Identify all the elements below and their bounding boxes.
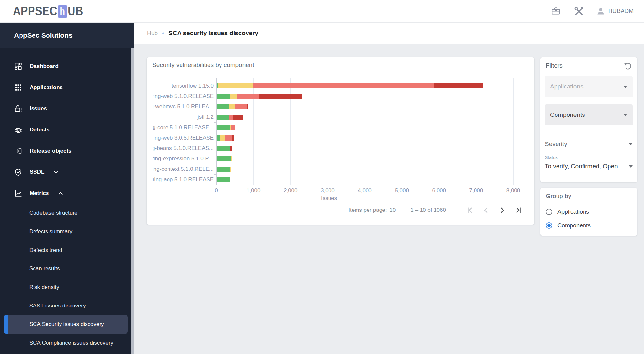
sidebar-item-label: Defects bbox=[30, 127, 49, 133]
paginator: Items per page: 10 1 – 10 of 1060 bbox=[348, 204, 523, 216]
radio-unchecked-icon[interactable] bbox=[546, 209, 552, 215]
gridline bbox=[328, 78, 328, 185]
sidebar-item-defects-trend[interactable]: Defects trend bbox=[0, 241, 134, 259]
status-filter-select[interactable]: To verify, Confirmed, Open bbox=[545, 161, 633, 172]
y-axis-tick bbox=[214, 81, 216, 81]
components-filter-select[interactable]: Components bbox=[545, 104, 633, 125]
sidebar-item-label: Risk density bbox=[29, 284, 59, 291]
apps-icon bbox=[14, 83, 24, 92]
bar-segment-light-red bbox=[237, 94, 259, 99]
status-filter-label: Status bbox=[545, 155, 558, 160]
bar-row-pring-core-5-1-0-release[interactable] bbox=[217, 125, 235, 130]
sidebar-item-label: Dashboard bbox=[30, 63, 59, 70]
bar-segment-light-red bbox=[235, 104, 247, 109]
logo-text-post: UB bbox=[68, 4, 83, 18]
sidebar-item-sca-security-issues-discovery[interactable]: SCA Security issues discovery bbox=[4, 315, 128, 334]
bar-segment-dark-red bbox=[230, 146, 232, 151]
lock-alert-icon bbox=[14, 104, 24, 114]
bar-segment-light-red bbox=[225, 135, 232, 141]
bar-row-spring-web-3-0-5-release[interactable] bbox=[217, 135, 234, 141]
bar-segment-yellow bbox=[220, 135, 225, 141]
severity-filter-select[interactable]: Severity bbox=[545, 139, 633, 149]
bar-segment-green bbox=[217, 104, 229, 109]
next-page-icon[interactable] bbox=[498, 206, 506, 214]
x-tick-label: 1,000 bbox=[247, 187, 261, 194]
bar-segment-green bbox=[217, 94, 230, 99]
bar-segment-dark-red bbox=[247, 104, 248, 109]
bar-row-jstl-1-2[interactable] bbox=[217, 115, 243, 120]
group-by-option-applications[interactable]: Applications bbox=[546, 208, 589, 216]
user-icon bbox=[597, 7, 605, 16]
sidebar-item-defects-summary[interactable]: Defects summary bbox=[0, 222, 134, 241]
chevron-down-icon bbox=[629, 165, 633, 168]
bar-row-spring-aop-5-1-0-release[interactable] bbox=[217, 177, 230, 182]
bar-row-spring-context-5-1-0-rele[interactable] bbox=[217, 167, 231, 172]
sidebar-item-ssdl[interactable]: SSDL bbox=[0, 161, 134, 183]
sidebar-item-defects[interactable]: Defects bbox=[0, 119, 134, 140]
components-filter-label: Components bbox=[550, 111, 585, 118]
bug-icon bbox=[14, 125, 24, 135]
release-icon bbox=[14, 146, 24, 156]
radio-checked-icon[interactable] bbox=[546, 222, 552, 229]
reset-filters-icon[interactable] bbox=[623, 61, 633, 71]
sidebar-item-metrics[interactable]: Metrics bbox=[0, 183, 134, 204]
sidebar-header: AppSec Solutions bbox=[0, 23, 134, 48]
category-label: pring-core 5.1.0.RELEASE... bbox=[153, 124, 214, 131]
sidebar-item-dashboard[interactable]: Dashboard bbox=[0, 56, 134, 77]
category-label: ring-webmvc 5.1.0.RELEA... bbox=[153, 103, 214, 110]
chevron-up-icon bbox=[58, 192, 63, 195]
gridline bbox=[365, 78, 365, 185]
sidebar-item-label: Applications bbox=[30, 84, 63, 91]
appsechub-logo: APPSEC h UB bbox=[13, 4, 83, 18]
y-axis-tick bbox=[214, 112, 216, 112]
bar-row-spring-expression-5-1-0-r[interactable] bbox=[217, 156, 232, 161]
breadcrumb: Hub • SCA security issues discovery bbox=[134, 23, 644, 44]
dashboard-icon bbox=[14, 61, 24, 71]
bar-row-tensorflow-1-15-0[interactable] bbox=[217, 83, 483, 88]
chevron-down-icon bbox=[624, 114, 627, 116]
sidebar-scrollbar[interactable] bbox=[131, 48, 134, 354]
sidebar-item-issues[interactable]: Issues bbox=[0, 98, 134, 119]
gridline bbox=[439, 78, 439, 185]
category-label: spring-web 3.0.5.RELEASE bbox=[153, 135, 214, 141]
sidebar-item-codebase-structure[interactable]: Codebase structure bbox=[0, 204, 134, 222]
bar-segment-green bbox=[217, 146, 230, 151]
first-page-icon[interactable] bbox=[465, 206, 474, 214]
category-label: spring-web 5.1.0.RELEASE bbox=[153, 93, 214, 100]
chevron-down-icon bbox=[53, 170, 58, 174]
applications-filter-select[interactable]: Applications bbox=[545, 76, 633, 97]
sidebar-item-scan-results[interactable]: Scan results bbox=[0, 259, 134, 278]
sidebar-item-label: Defects trend bbox=[29, 247, 62, 253]
previous-page-icon[interactable] bbox=[482, 206, 490, 214]
bar-row-pring-beans-5-1-0-releas[interactable] bbox=[217, 146, 232, 151]
sidebar-item-release-objects[interactable]: Release objects bbox=[0, 140, 134, 161]
page-range-label: 1 – 10 of 1060 bbox=[410, 207, 446, 213]
group-by-option-components[interactable]: Components bbox=[546, 222, 591, 229]
category-label: spring-context 5.1.0.RELE... bbox=[153, 166, 214, 172]
tools-icon[interactable] bbox=[574, 7, 584, 16]
sidebar-item-sca-compliance-issues-discovery[interactable]: SCA Compliance issues discovery bbox=[0, 334, 134, 352]
y-axis-tick bbox=[214, 154, 216, 154]
sidebar-item-applications[interactable]: Applications bbox=[0, 77, 134, 98]
bar-segment-dark-red bbox=[232, 135, 234, 141]
bar-segment-green bbox=[217, 156, 231, 161]
y-axis-tick bbox=[214, 174, 216, 175]
sidebar-item-sast-issues-discovery[interactable]: SAST issues discovery bbox=[0, 296, 134, 315]
items-per-page-label: Items per page: bbox=[348, 207, 387, 213]
page-title: SCA security issues discovery bbox=[168, 30, 258, 37]
y-axis-tick bbox=[214, 133, 216, 133]
sidebar-item-label: SCA Security issues discovery bbox=[29, 321, 104, 328]
group-by-option-label: Applications bbox=[557, 209, 589, 215]
sidebar-item-risk-density[interactable]: Risk density bbox=[0, 278, 134, 296]
last-page-icon[interactable] bbox=[514, 206, 523, 214]
sidebar-item-label: Metrics bbox=[30, 190, 49, 197]
y-axis-tick bbox=[214, 102, 216, 102]
user-menu[interactable]: HUBADM bbox=[597, 7, 634, 16]
chart-line-icon bbox=[14, 188, 24, 198]
bar-row-spring-web-5-1-0-release[interactable] bbox=[217, 94, 302, 99]
toolbox-icon[interactable] bbox=[551, 7, 561, 16]
breadcrumb-root[interactable]: Hub bbox=[147, 30, 158, 37]
items-per-page-select[interactable]: 10 bbox=[389, 207, 396, 213]
bar-row-ring-webmvc-5-1-0-relea[interactable] bbox=[217, 104, 248, 109]
x-tick-label: 0 bbox=[215, 187, 218, 194]
